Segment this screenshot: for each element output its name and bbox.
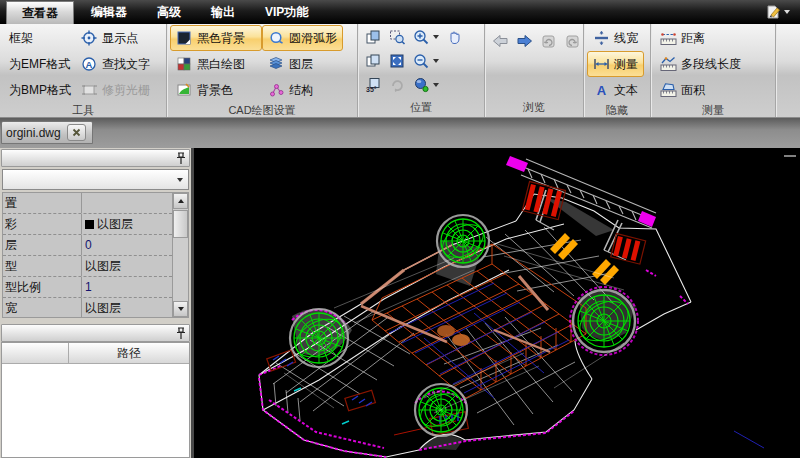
forward-arrow-icon (516, 33, 533, 49)
zoom-window-icon (389, 29, 406, 45)
pan-hand-button[interactable] (443, 26, 465, 48)
zoom-in-button[interactable] (410, 26, 432, 48)
structure-icon (268, 82, 285, 98)
group-label-position: 位置 (361, 100, 481, 117)
rotate-view-button[interactable] (386, 74, 408, 96)
property-row-lineweight[interactable]: 宽 以图层 (3, 298, 172, 318)
property-row-linetype-scale[interactable]: 型比例 1 (3, 277, 172, 298)
ribbon-group-position: 35° (358, 24, 485, 117)
text-toggle-button[interactable]: A 文本 (587, 77, 644, 103)
edit-pencil-dropdown[interactable] (784, 10, 790, 14)
menu-tab-vip[interactable]: VIP功能 (250, 0, 323, 24)
edit-pencil-icon[interactable] (765, 4, 782, 20)
group-label-browse: 浏览 (488, 100, 580, 117)
polyline-length-icon (660, 56, 677, 72)
pin-icon[interactable] (176, 327, 186, 340)
property-row[interactable]: 置 (3, 193, 172, 214)
layers-button[interactable]: 图层 (262, 51, 343, 77)
svg-text:35°: 35° (366, 86, 377, 93)
zoom-sphere-button[interactable] (410, 74, 432, 96)
document-tab-close-button[interactable] (67, 124, 86, 141)
zoom-out-icon (413, 53, 430, 69)
back-button[interactable] (489, 30, 511, 52)
scroll-up-button[interactable] (173, 193, 188, 209)
combobox-dropdown-button[interactable] (172, 171, 188, 188)
line-width-icon (593, 30, 610, 46)
background-color-icon (176, 82, 193, 98)
svg-text:A: A (597, 83, 607, 98)
drawing-canvas[interactable] (194, 148, 800, 458)
zoom-in-icon (413, 29, 430, 45)
rotate-pages-icon (365, 29, 382, 45)
property-grid: 置 彩 以图层 层 0 型 以图层 (2, 192, 189, 318)
path-column-path[interactable]: 路径 (69, 343, 189, 363)
smooth-arc-button[interactable]: 圆滑弧形 (262, 25, 343, 51)
to-bmp-button[interactable]: 为BMP格式 (3, 77, 75, 103)
property-row-layer[interactable]: 层 0 (3, 235, 172, 256)
property-row-color[interactable]: 彩 以图层 (3, 214, 172, 235)
trim-raster-icon (81, 82, 98, 98)
zoom-out-dropdown[interactable] (433, 59, 439, 63)
area-icon (660, 82, 677, 98)
pin-icon[interactable] (176, 152, 186, 165)
line-width-button[interactable]: 线宽 (587, 25, 644, 51)
svg-text:A: A (86, 59, 93, 70)
property-row-linetype[interactable]: 型 以图层 (3, 256, 172, 277)
document-tab-strip: orgini.dwg (0, 118, 800, 148)
distance-button[interactable]: 距离 (654, 25, 747, 51)
ribbon-group-tools: 框架 为EMF格式 为BMP格式 显示点 (0, 24, 167, 117)
area-button[interactable]: 面积 (654, 77, 747, 103)
layers-icon (268, 56, 285, 72)
path-column-blank[interactable] (2, 343, 69, 363)
path-panel: 路径 (1, 342, 190, 458)
zoom-in-dropdown[interactable] (433, 35, 439, 39)
zoom-sphere-icon (413, 77, 430, 93)
zoom-window-button[interactable] (386, 26, 408, 48)
property-selector-combobox[interactable] (2, 169, 189, 190)
frame-button[interactable]: 框架 (3, 25, 75, 51)
find-text-icon: A (81, 56, 98, 72)
forward-button[interactable] (513, 30, 535, 52)
fit-screen-button[interactable] (386, 50, 408, 72)
ribbon-spacer (776, 24, 800, 117)
rotate-pages-button[interactable] (362, 26, 384, 48)
display-point-icon (81, 30, 98, 46)
canvas-background (194, 148, 800, 458)
bw-drawing-button[interactable]: 黑白绘图 (170, 51, 262, 77)
polyline-length-button[interactable]: 多段线长度 (654, 51, 747, 77)
menu-tab-advanced[interactable]: 高级 (142, 0, 196, 24)
menu-tab-editor[interactable]: 编辑器 (76, 0, 142, 24)
measure-toggle-button[interactable]: 测量 (587, 51, 644, 77)
black-background-icon (176, 30, 193, 46)
background-color-button[interactable]: 背景色 (170, 77, 262, 103)
measure-icon (593, 56, 610, 72)
property-grid-scrollbar[interactable] (172, 193, 188, 317)
back-arrow-icon (492, 33, 509, 49)
copy-pages-button[interactable] (362, 50, 384, 72)
bw-drawing-icon (176, 56, 193, 72)
zoom-out-button[interactable] (410, 50, 432, 72)
bylayer-color-swatch (85, 220, 94, 229)
rotate-35-button[interactable]: 35° (362, 74, 384, 96)
ribbon-group-measure: 距离 多段线长度 (651, 24, 776, 117)
scroll-thumb[interactable] (173, 210, 188, 238)
trim-raster-button[interactable]: 修剪光栅 (75, 77, 156, 103)
document-tab[interactable]: orgini.dwg (1, 121, 93, 144)
copy-pages-icon (365, 53, 382, 69)
scroll-down-button[interactable] (173, 301, 188, 317)
document-tab-title: orgini.dwg (6, 126, 61, 140)
display-point-button[interactable]: 显示点 (75, 25, 156, 51)
path-table-body[interactable] (2, 364, 189, 457)
wheel-rear-far (437, 215, 489, 267)
menu-tab-output[interactable]: 输出 (196, 0, 250, 24)
wheel-front-far (289, 309, 348, 367)
find-text-button[interactable]: A 查找文字 (75, 51, 156, 77)
undo-view-button[interactable] (537, 30, 559, 52)
redo-view-button[interactable] (561, 30, 583, 52)
fit-screen-icon (389, 53, 406, 69)
structure-button[interactable]: 结构 (262, 77, 343, 103)
black-background-button[interactable]: 黑色背景 (170, 25, 262, 51)
to-emf-button[interactable]: 为EMF格式 (3, 51, 75, 77)
zoom-sphere-dropdown[interactable] (433, 83, 439, 87)
menu-tab-viewer[interactable]: 查看器 (6, 1, 74, 24)
